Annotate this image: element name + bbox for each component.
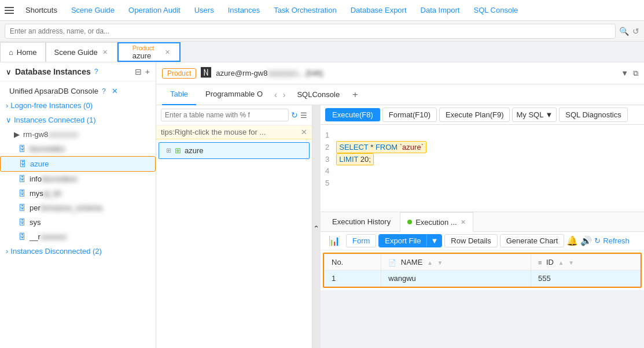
tab-table-label: Table: [170, 90, 188, 98]
sidebar-db-mys[interactable]: 🗄 mysql_blr: [0, 186, 156, 201]
cell-no: 1: [325, 271, 381, 287]
export-file-group: Export File ▼: [378, 234, 442, 247]
col-name-sort-down[interactable]: ▼: [437, 260, 443, 266]
tab-table[interactable]: Table: [162, 84, 196, 105]
connection-copy-icon[interactable]: ⧉: [633, 69, 638, 78]
nav-data-import[interactable]: Data Import: [415, 0, 466, 21]
tab-scene-guide-close[interactable]: ✕: [101, 49, 109, 56]
nav-shortcuts[interactable]: Shortcuts: [20, 0, 63, 21]
col-name-sort-up[interactable]: ▲: [427, 260, 433, 266]
tab-next-icon[interactable]: ›: [281, 90, 288, 99]
col-header-name[interactable]: 📄 NAME ▲ ▼: [381, 254, 531, 271]
tab-exec-result-close[interactable]: ✕: [461, 219, 466, 226]
tab-prev-icon[interactable]: ‹: [272, 90, 279, 99]
sidebar-instance-rmgw8[interactable]: ▶ rm-gw8xxxxxxxx: [0, 127, 156, 142]
tab-scene-guide[interactable]: Scene Guide ✕: [46, 42, 117, 62]
nav-users[interactable]: Users: [189, 0, 220, 21]
table-search-menu-icon[interactable]: ☰: [300, 111, 307, 120]
connected-arrow: ∨: [6, 116, 12, 124]
sidebar-db-sys-label: sys: [30, 218, 41, 227]
collapse-handle[interactable]: ‹: [312, 105, 321, 348]
sql-code[interactable]: SELECT * FROM `azure` LIMIT 20;: [336, 129, 639, 207]
sidebar-logonfree-label: Logon-free Instances (0): [10, 101, 93, 110]
tab-execution-history[interactable]: Execution History: [325, 212, 398, 232]
tab-product-azure[interactable]: Product azure ✕: [117, 42, 181, 62]
tab-home[interactable]: ⌂ Home: [0, 42, 46, 62]
generate-chart-button[interactable]: Generate Chart: [500, 234, 565, 247]
result-table-wrapper: No. 📄 NAME ▲ ▼: [324, 254, 641, 287]
col-id-icon: ≡: [538, 259, 542, 266]
sidebar-db-blurred1[interactable]: 🗄 blurreddb1: [0, 142, 156, 156]
chart-icon[interactable]: 📊: [325, 235, 344, 246]
hamburger-menu[interactable]: [5, 7, 14, 14]
sql-editor[interactable]: 1 2 3 4 5 SELECT * FROM `azure` LIMIT 20…: [321, 125, 644, 212]
sound-icon[interactable]: 🔊: [580, 235, 592, 246]
sidebar-section-connected[interactable]: ∨ Instances Connected (1): [0, 113, 156, 127]
refresh-button[interactable]: ↻ Refresh: [594, 236, 630, 245]
result-toolbar: 📊 Form Export File ▼ Row Details Generat…: [321, 232, 644, 250]
col-id-sort-up[interactable]: ▲: [558, 260, 564, 266]
nav-instances[interactable]: Instances: [222, 0, 266, 21]
form-button[interactable]: Form: [346, 234, 376, 247]
table-expand-icon[interactable]: ⊞: [166, 147, 171, 154]
sidebar-db-info-label: infoblurredtext: [30, 175, 77, 183]
execute-plan-button[interactable]: Execute Plan(F9): [439, 108, 510, 122]
format-button[interactable]: Format(F10): [382, 108, 437, 122]
sidebar-db-r[interactable]: 🗄 __rxxxxxxx: [0, 229, 156, 244]
db-icon-r: 🗄: [19, 232, 26, 241]
connection-bar: Product 🅽 azure@rm-gw8xxxxxxxx... [546] …: [156, 62, 644, 84]
tab-sql-console-label: SQLConsole: [297, 90, 340, 99]
col-id-sort-down[interactable]: ▼: [568, 260, 574, 266]
inner-tab-bar: Table Programmable O ‹ › SQLConsole +: [156, 84, 644, 105]
nav-database-export[interactable]: Database Export: [345, 0, 413, 21]
sidebar-db-per[interactable]: 🗄 performance_schema: [0, 201, 156, 215]
sidebar-section-disconnected[interactable]: › Instances Disconnected (2): [0, 244, 156, 258]
refresh-address-icon[interactable]: ↺: [632, 27, 639, 36]
row-details-button[interactable]: Row Details: [444, 234, 497, 247]
sidebar-db-sys[interactable]: 🗄 sys: [0, 215, 156, 229]
nav-operation-audit[interactable]: Operation Audit: [123, 0, 186, 21]
tab-sql-console[interactable]: SQLConsole: [289, 84, 348, 105]
sidebar-expand-icon[interactable]: ∨: [6, 68, 12, 76]
table-search-input[interactable]: [161, 109, 289, 121]
search-address-icon[interactable]: 🔍: [619, 27, 629, 36]
table-tip-close[interactable]: ✕: [301, 128, 307, 136]
sidebar-section-logonfree[interactable]: › Logon-free Instances (0): [0, 98, 156, 113]
alarm-icon[interactable]: 🔔: [566, 235, 578, 246]
tab-scene-guide-label: Scene Guide: [54, 48, 98, 57]
my-sql-dropdown[interactable]: My SQL ▼: [512, 108, 557, 122]
refresh-icon: ↻: [594, 236, 601, 245]
table-tip-text: tips:Right-click the mouse for ...: [161, 128, 266, 136]
export-file-button[interactable]: Export File: [379, 235, 426, 247]
execute-button[interactable]: Execute(F8): [325, 108, 380, 121]
nav-sql-console[interactable]: SQL Console: [468, 0, 524, 21]
main-layout: ∨ Database Instances ? ⊟ + Unified Apsar…: [0, 62, 644, 348]
sidebar-filter-icon[interactable]: ⊟: [135, 67, 142, 76]
table-row[interactable]: 1 wangwu 555: [325, 271, 641, 287]
address-input[interactable]: [5, 24, 616, 39]
sidebar-unified-help-icon[interactable]: ?: [102, 87, 106, 95]
sidebar-item-unified-label: Unified ApsaraDB Console: [9, 87, 98, 95]
result-area: No. 📄 NAME ▲ ▼: [323, 253, 642, 288]
nav-scene-guide[interactable]: Scene Guide: [65, 0, 120, 21]
export-file-dropdown[interactable]: ▼: [426, 235, 441, 247]
connection-dropdown-icon[interactable]: ▼: [621, 69, 628, 77]
sidebar-item-unified-console[interactable]: Unified ApsaraDB Console ? ✕: [0, 84, 156, 98]
table-search-refresh-icon[interactable]: ↻: [291, 110, 298, 120]
sidebar-add-icon[interactable]: +: [145, 67, 150, 76]
table-list-item-azure[interactable]: ⊞ ⊞ azure: [159, 142, 310, 159]
sidebar-disconnected-label: Instances Disconnected (2): [10, 247, 102, 256]
tab-programmable[interactable]: Programmable O: [197, 84, 271, 105]
top-navigation: Shortcuts Scene Guide Operation Audit Us…: [0, 0, 644, 21]
sidebar-help-icon[interactable]: ?: [94, 68, 98, 76]
sql-diagnostics-button[interactable]: SQL Diagnostics: [559, 108, 627, 122]
sidebar-unified-close-icon[interactable]: ✕: [112, 87, 118, 95]
add-tab-icon[interactable]: +: [349, 90, 361, 100]
tab-execution-result[interactable]: Execution ... ✕: [400, 212, 473, 232]
tab-product-close[interactable]: ✕: [164, 49, 171, 56]
nav-task-orchestration[interactable]: Task Orchestration: [268, 0, 342, 21]
sidebar: ∨ Database Instances ? ⊟ + Unified Apsar…: [0, 62, 156, 348]
col-header-id[interactable]: ≡ ID ▲ ▼: [531, 254, 640, 271]
sidebar-db-info[interactable]: 🗄 infoblurredtext: [0, 172, 156, 186]
sidebar-db-azure[interactable]: 🗄 azure: [0, 156, 156, 172]
